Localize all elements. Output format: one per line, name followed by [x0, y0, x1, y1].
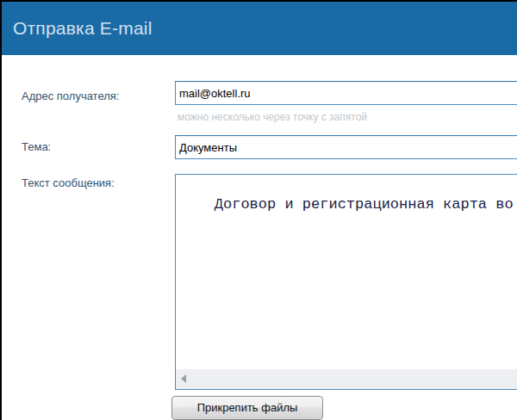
dialog-header: Отправка E-mail [2, 2, 517, 55]
subject-label: Тема: [22, 140, 51, 153]
recipient-hint: можно несколько через точку с запятой [178, 111, 367, 123]
subject-input[interactable] [175, 135, 517, 159]
message-label: Текст сообщения: [22, 176, 115, 189]
email-send-dialog: Отправка E-mail Адрес получателя: можно … [0, 0, 517, 420]
recipient-label: Адрес получателя: [22, 90, 119, 102]
page-title: Отправка E-mail [13, 18, 153, 39]
horizontal-scrollbar[interactable] [176, 369, 517, 389]
recipient-input[interactable] [175, 81, 517, 105]
message-textarea[interactable]: Договор и регистрационная карта во вл [175, 174, 517, 390]
attach-files-button[interactable]: Прикрепить файлы [171, 396, 323, 420]
message-text: Договор и регистрационная карта во вл [215, 196, 517, 213]
scrollbar-left-arrow-icon[interactable] [181, 374, 186, 383]
